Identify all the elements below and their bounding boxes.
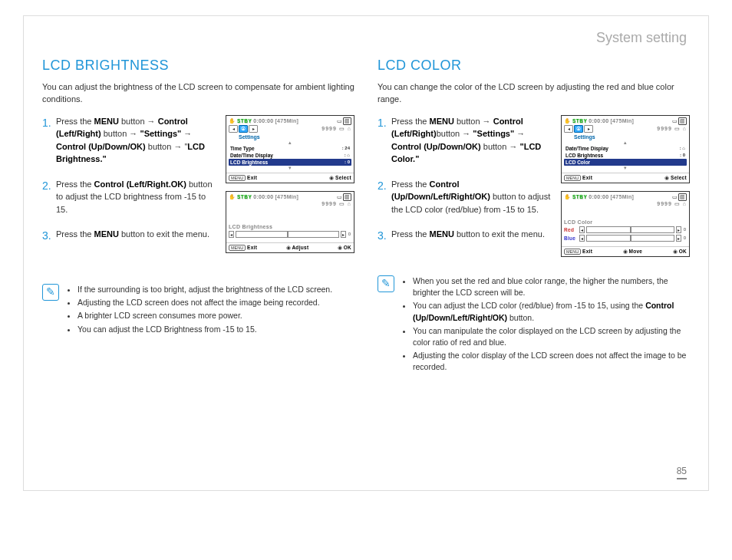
color-slider-label: LCD Color (564, 219, 687, 225)
card-icon: ▭ (337, 194, 342, 200)
step-1: 1. Press the MENU button → Control (Left… (42, 115, 218, 166)
page-header: System setting (596, 30, 687, 46)
section-title-color: LCD COLOR (378, 58, 690, 74)
down-arrow-icon: ▾ (564, 166, 687, 170)
hand-icon: ✋ (229, 194, 236, 199)
note-icon (378, 275, 394, 292)
menu-item-lcd-brightness: LCD Brightness: 0 (564, 152, 687, 159)
mode-tabs: ◂⦿▸ (229, 125, 258, 133)
brightness-slider (236, 231, 339, 238)
battery-icon: ▥ (678, 193, 687, 201)
down-arrow-icon: ▾ (229, 166, 351, 170)
screenshot-settings-menu-brightness: ✋ STBY 0:00:00 [475Min] ▭▥ ◂⦿▸ 9999 ▭ ⌂ … (226, 115, 354, 183)
col-lcd-color: LCD COLOR You can change the color of th… (378, 58, 690, 375)
red-slider (586, 226, 674, 233)
mode-tabs: ◂⦿▸ (564, 125, 593, 133)
screenshots-color: ✋ STBY 0:00:00 [475Min] ▭▥ ◂⦿▸ 9999 ▭ ⌂ … (561, 115, 690, 265)
screenshot-brightness-adjust: ✋ STBY 0:00:00 [475Min] ▭▥ 9999 ▭ ⌂ LCD … (226, 191, 354, 253)
note-icon (42, 284, 59, 301)
battery-icon: ▥ (343, 193, 351, 201)
brightness-slider-label: LCD Brightness (229, 224, 351, 229)
battery-icon: ▥ (678, 117, 687, 125)
section-title-brightness: LCD BRIGHTNESS (42, 58, 354, 74)
menu-item-time-type: Time Type: 24 (229, 145, 351, 152)
menu-item-datetime: Date/Time Display: ⌂ (564, 145, 687, 152)
step-2: 2. Press the Control (Up/Down/Left/Right… (378, 178, 553, 216)
note-brightness: If the surrounding is too bright, adjust… (42, 284, 354, 337)
col-lcd-brightness: LCD BRIGHTNESS You can adjust the bright… (42, 58, 354, 375)
note-color: When you set the red and blue color rang… (378, 275, 690, 375)
hand-icon: ✋ (564, 194, 571, 199)
intro-color: You can change the color of the LCD scre… (378, 81, 690, 106)
page-number: 85 (677, 466, 687, 479)
red-label: Red (564, 227, 578, 232)
card-icon: ▭ (672, 118, 678, 124)
blue-label: Blue (564, 236, 578, 241)
screenshot-color-adjust: ✋ STBY 0:00:00 [475Min] ▭▥ 9999 ▭ ⌂ LCD … (561, 191, 690, 257)
menu-item-datetime: Date/Time Display: ⌂ (229, 152, 351, 159)
screenshots-brightness: ✋ STBY 0:00:00 [475Min] ▭▥ ◂⦿▸ 9999 ▭ ⌂ … (226, 115, 354, 261)
hand-icon: ✋ (229, 118, 236, 124)
intro-brightness: You can adjust the brightness of the LCD… (42, 81, 354, 106)
step-3: 3. Press the MENU button to exit the men… (42, 228, 218, 244)
blue-slider (586, 235, 674, 242)
hand-icon: ✋ (564, 118, 571, 124)
battery-icon: ▥ (343, 117, 351, 125)
card-icon: ▭ (672, 194, 678, 200)
card-icon: ▭ (337, 118, 342, 124)
step-2: 2. Press the Control (Left/Right.OK) but… (42, 178, 218, 216)
screenshot-settings-menu-color: ✋ STBY 0:00:00 [475Min] ▭▥ ◂⦿▸ 9999 ▭ ⌂ … (561, 115, 690, 183)
step-1: 1. Press the MENU button → Control (Left… (378, 115, 553, 166)
step-3: 3. Press the MENU button to exit the men… (378, 228, 553, 244)
